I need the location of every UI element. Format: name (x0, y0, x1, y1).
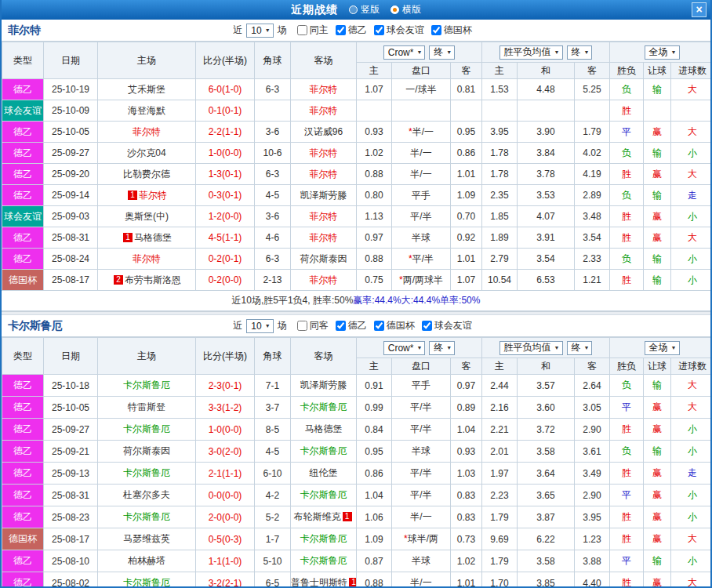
filter-checkbox[interactable] (422, 321, 432, 331)
match-count-select[interactable]: 10▼ (246, 319, 273, 333)
corner-score: 3-6 (255, 122, 291, 143)
filter-checkbox[interactable] (431, 25, 441, 35)
asian-home-odds: 0.80 (357, 185, 392, 206)
match-score: 4-5(1-1) (196, 227, 255, 249)
match-row: 德乙25-10-05特雷斯登3-3(1-2)3-7卡尔斯鲁厄0.99平/半0.8… (2, 397, 712, 419)
filter-option[interactable]: 德乙 (336, 319, 367, 332)
home-team: 卡尔斯鲁厄 (98, 572, 196, 588)
col-away: 客场 (291, 338, 357, 375)
filter-option-label: 球会友谊 (434, 319, 472, 332)
filter-checkbox[interactable] (374, 25, 384, 35)
match-count-select[interactable]: 10▼ (246, 24, 273, 38)
handicap-star: * (404, 533, 408, 544)
outcome-result: 平 (610, 550, 644, 572)
home-team: 特雷斯登 (98, 397, 196, 419)
europe-final-select[interactable]: 终▼ (567, 45, 593, 60)
filter-checkbox-group: 同客德乙德国杯球会友谊 (297, 319, 479, 332)
home-team: 1马格德堡 (98, 227, 196, 249)
home-team: 卡尔斯鲁厄 (98, 463, 196, 485)
asian-away-odds: 1.07 (451, 270, 482, 291)
match-score: 0-0(0-0) (196, 485, 255, 506)
europe-draw-odds: 3.53 (518, 185, 575, 206)
asian-handicap: 半/一 (392, 143, 451, 164)
layout-radio-vertical[interactable]: 竖版 (349, 3, 380, 16)
europe-draw-odds (518, 100, 575, 122)
filter-checkbox[interactable] (297, 25, 307, 35)
filter-checkbox[interactable] (374, 321, 384, 331)
filter-option[interactable]: 同客 (297, 319, 329, 332)
asian-handicap: 半球 (392, 227, 451, 249)
team-label: 杜塞尔多夫 (123, 489, 170, 500)
europe-away-odds: 3.54 (575, 227, 610, 249)
filter-option[interactable]: 德国杯 (431, 24, 472, 37)
asian-home-odds: 0.87 (357, 550, 392, 572)
europe-away-odds: 4.40 (575, 572, 610, 588)
asian-handicap: 平手 (392, 375, 451, 397)
col-asian-away: 客 (451, 63, 482, 79)
filter-option-label: 同主 (310, 24, 329, 37)
handicap-result (644, 100, 671, 122)
europe-draw-odds: 3.64 (518, 463, 575, 485)
asian-handicap: *球半/两 (392, 528, 451, 550)
corner-score: 6-10 (255, 463, 291, 485)
asian-away-odds (451, 100, 482, 122)
team-label: 凯泽斯劳滕 (300, 190, 347, 201)
team-label: 卡尔斯鲁厄 (300, 401, 347, 412)
team-label: 卡尔斯鲁厄 (123, 577, 170, 588)
odds-company-select[interactable]: Crow*▼ (383, 341, 426, 355)
filter-option[interactable]: 德乙 (336, 24, 367, 37)
full-match-select[interactable]: 全场▼ (645, 45, 680, 60)
away-team: 凯泽斯劳滕 (291, 375, 357, 397)
asian-handicap: *平/半 (392, 249, 451, 270)
away-team: 菲尔特 (291, 100, 357, 122)
filter-option[interactable]: 球会友谊 (422, 319, 472, 332)
team-label: 菲尔特 (310, 105, 338, 116)
asian-away-odds: 0.70 (451, 206, 482, 227)
away-team: 卡尔斯鲁厄 (291, 397, 357, 419)
asian-home-odds (357, 100, 392, 122)
full-match-select[interactable]: 全场▼ (645, 341, 680, 355)
europe-draw-odds: 6.22 (518, 528, 575, 550)
europe-odds-select[interactable]: 胜平负均值▼ (499, 45, 563, 60)
team-label: 奥斯堡(中) (125, 211, 169, 222)
col-handicap-result: 让球 (644, 63, 671, 79)
europe-odds-select[interactable]: 胜平负均值▼ (499, 341, 563, 355)
chevron-down-icon: ▼ (446, 345, 452, 350)
match-score: 2-1(1-1) (196, 463, 255, 485)
match-row: 德乙25-08-311马格德堡4-5(1-1)4-6菲尔特0.97半球0.921… (2, 227, 712, 249)
filter-option[interactable]: 球会友谊 (374, 24, 424, 37)
col-europe-away: 客 (575, 358, 610, 375)
corner-score (255, 100, 291, 122)
europe-away-odds (575, 100, 610, 122)
team-label: 凯泽斯劳滕 (300, 379, 347, 390)
match-type: 德乙 (2, 572, 44, 588)
corner-score: 6-3 (255, 164, 291, 185)
chevron-down-icon: ▼ (554, 49, 560, 55)
filter-checkbox[interactable] (336, 321, 346, 331)
match-type: 德国杯 (2, 528, 44, 550)
filter-option[interactable]: 同主 (297, 24, 329, 37)
europe-home-odds: 2.23 (482, 485, 518, 506)
match-type: 德国杯 (2, 270, 44, 291)
away-team: 菲尔特 (291, 164, 357, 185)
near-label: 近 (233, 319, 242, 332)
filter-checkbox[interactable] (297, 321, 307, 331)
match-row: 德国杯25-08-17马瑟维兹英0-5(0-3)1-7卡尔斯鲁厄1.09*球半/… (2, 528, 712, 550)
goals-result: 小 (671, 419, 712, 441)
europe-draw-odds: 3.57 (518, 375, 575, 397)
close-icon[interactable]: × (692, 2, 707, 17)
odds-final-select[interactable]: 终▼ (429, 341, 455, 355)
goals-result (671, 100, 712, 122)
match-row: 德乙25-09-13卡尔斯鲁厄2-1(1-1)6-10纽伦堡0.86平/半1.0… (2, 463, 712, 485)
col-asian-handicap: 盘口 (392, 358, 451, 375)
layout-radio-horizontal[interactable]: 横版 (391, 3, 421, 16)
home-team: 奥斯堡(中) (98, 206, 196, 227)
odds-final-select[interactable]: 终▼ (429, 45, 455, 60)
filter-checkbox[interactable] (336, 25, 346, 35)
filter-option[interactable]: 德国杯 (374, 319, 415, 332)
match-type: 德乙 (2, 506, 44, 528)
europe-final-select[interactable]: 终▼ (567, 341, 593, 355)
match-score: 1-2(0-0) (196, 206, 255, 227)
odds-company-select[interactable]: Crow*▼ (383, 45, 426, 60)
match-row: 球会友谊25-10-09海登海默0-1(0-1)菲尔特胜 (2, 100, 712, 122)
